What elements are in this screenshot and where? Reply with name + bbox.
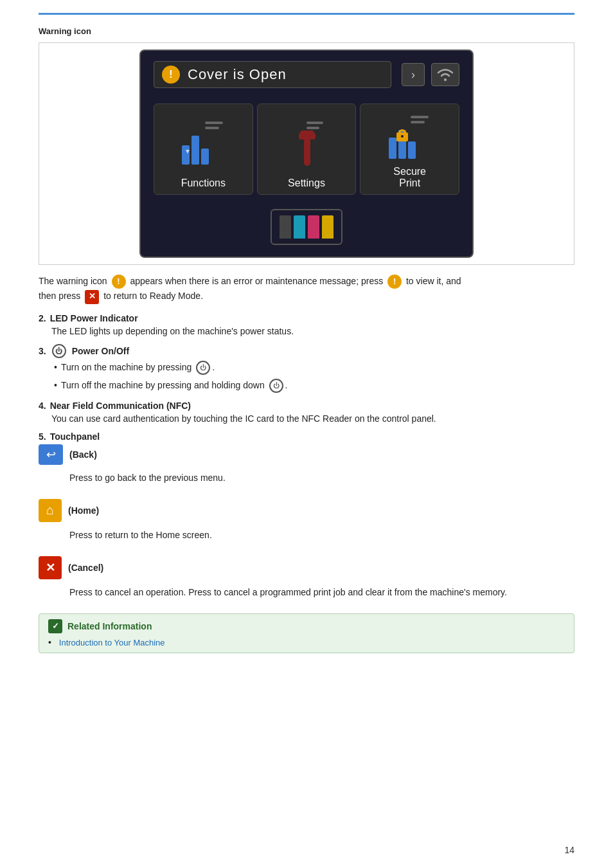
touchscreen: ! Cover is Open › bbox=[139, 50, 474, 258]
secure-print-icon-area bbox=[387, 111, 432, 162]
nfc-title-row: 4. Near Field Communication (NFC) bbox=[39, 401, 574, 411]
svg-rect-1 bbox=[205, 122, 223, 124]
warning-inline-icon2: ! bbox=[387, 275, 402, 289]
svg-point-19 bbox=[401, 135, 404, 138]
power-num: 3. bbox=[39, 346, 46, 356]
nfc-desc-text: You can use card authentication by touch… bbox=[51, 413, 574, 424]
section-label: Warning icon bbox=[39, 26, 574, 36]
nfc-section: 4. Near Field Communication (NFC) You ca… bbox=[39, 401, 574, 424]
svg-rect-2 bbox=[205, 127, 219, 129]
warning-desc-text4: then press bbox=[39, 291, 80, 301]
ts-top-row: ! Cover is Open › bbox=[147, 57, 466, 92]
settings-item[interactable]: Settings bbox=[257, 104, 357, 195]
ts-bottom-row bbox=[147, 206, 466, 250]
power-bullet1: • Turn on the machine by pressing ⏻. bbox=[54, 361, 574, 375]
svg-rect-12 bbox=[312, 133, 315, 140]
cancel-desc: Press to cancel an operation. Press to c… bbox=[69, 586, 574, 599]
wifi-icon bbox=[435, 66, 456, 84]
nfc-num: 4. bbox=[39, 401, 46, 411]
svg-point-0 bbox=[444, 78, 447, 81]
bullet-dot2: • bbox=[54, 380, 57, 390]
power-on-icon: ⏻ bbox=[196, 361, 210, 375]
related-info-box: ✓ Related Information • Introduction to … bbox=[39, 613, 574, 653]
back-label: (Back) bbox=[69, 449, 97, 460]
svg-rect-5 bbox=[201, 149, 209, 165]
led-desc-text: The LED lights up depending on the machi… bbox=[51, 326, 574, 336]
warning-inline-icon1: ! bbox=[112, 275, 126, 289]
home-desc: Press to return to the Home screen. bbox=[69, 529, 574, 542]
warning-desc-text3: to view it, and bbox=[406, 276, 461, 286]
ts-main-grid: Functions bbox=[147, 97, 466, 201]
top-border bbox=[39, 13, 574, 15]
back-button-section: ↩ (Back) Press to go back to the previou… bbox=[39, 444, 574, 490]
functions-item[interactable]: Functions bbox=[154, 104, 253, 195]
settings-label: Settings bbox=[288, 177, 325, 189]
touchpanel-title: Touchpanel bbox=[50, 431, 100, 442]
cancel-button-icon[interactable]: ✕ bbox=[39, 556, 62, 579]
related-info-title: Related Information bbox=[67, 621, 152, 631]
power-off-icon: ⏻ bbox=[269, 379, 283, 393]
cancel-inline-icon: ✕ bbox=[85, 290, 99, 304]
svg-rect-14 bbox=[411, 121, 425, 123]
led-title-row: 2. LED Power Indicator bbox=[39, 313, 574, 323]
related-links: • Introduction to Your Machine bbox=[48, 637, 565, 647]
led-num: 2. bbox=[39, 313, 46, 323]
svg-rect-8 bbox=[306, 127, 319, 129]
cover-is-open-text: Cover is Open bbox=[188, 66, 287, 83]
functions-label: Functions bbox=[181, 177, 226, 189]
svg-rect-4 bbox=[191, 136, 199, 165]
svg-rect-3 bbox=[182, 145, 190, 165]
power-section: 3. ⏻ Power On/Off • Turn on the machine … bbox=[39, 344, 574, 393]
warning-desc-text2: appears when there is an error or mainte… bbox=[130, 276, 383, 286]
svg-rect-17 bbox=[408, 141, 416, 159]
home-button-section: ⌂ (Home) Press to return to the Home scr… bbox=[39, 499, 574, 547]
touchpanel-title-row: 5. Touchpanel bbox=[39, 431, 574, 442]
cancel-btn-row: ✕ (Cancel) bbox=[39, 556, 574, 579]
power-bullet1-text: Turn on the machine by pressing ⏻. bbox=[61, 361, 215, 375]
toner-bars bbox=[271, 209, 342, 245]
home-btn-row: ⌂ (Home) bbox=[39, 499, 574, 522]
svg-rect-11 bbox=[299, 133, 303, 140]
toner-bar-yellow bbox=[322, 215, 333, 239]
ts-warning-bar: ! Cover is Open bbox=[154, 61, 391, 88]
back-button-icon[interactable]: ↩ bbox=[39, 444, 63, 465]
led-section: 2. LED Power Indicator The LED lights up… bbox=[39, 313, 574, 336]
secure-print-icon bbox=[387, 111, 432, 162]
warning-box: ! Cover is Open › bbox=[39, 42, 574, 265]
chevron-button[interactable]: › bbox=[402, 63, 425, 86]
back-desc: Press to go back to the previous menu. bbox=[69, 471, 574, 485]
secure-print-item[interactable]: SecurePrint bbox=[360, 104, 459, 195]
touchpanel-section: 5. Touchpanel ↩ (Back) Press to go back … bbox=[39, 431, 574, 604]
warning-icon-circle: ! bbox=[162, 66, 180, 84]
power-bullet2-text: Turn off the machine by pressing and hol… bbox=[61, 379, 288, 393]
bullet-dot1: • bbox=[54, 362, 57, 372]
settings-icon bbox=[287, 116, 326, 168]
functions-icon bbox=[181, 116, 226, 168]
cancel-button-section: ✕ (Cancel) Press to cancel an operation.… bbox=[39, 556, 574, 604]
svg-rect-15 bbox=[389, 138, 396, 159]
wifi-icon-box bbox=[431, 63, 459, 86]
toner-bar-black bbox=[280, 215, 291, 239]
touchpanel-num: 5. bbox=[39, 431, 46, 442]
warning-desc-text1: The warning icon bbox=[39, 276, 107, 286]
led-title: LED Power Indicator bbox=[50, 313, 138, 323]
warning-description: The warning icon ! appears when there is… bbox=[39, 274, 574, 304]
intro-link[interactable]: Introduction to Your Machine bbox=[59, 638, 165, 647]
cancel-label: (Cancel) bbox=[68, 563, 103, 573]
secure-print-label: SecurePrint bbox=[393, 166, 426, 189]
svg-rect-13 bbox=[411, 116, 429, 118]
related-bullet: • bbox=[48, 637, 51, 647]
home-label: (Home) bbox=[68, 505, 99, 516]
ts-top-icons: › bbox=[402, 63, 459, 86]
nfc-title: Near Field Communication (NFC) bbox=[50, 401, 191, 411]
home-button-icon[interactable]: ⌂ bbox=[39, 499, 62, 522]
toner-bar-cyan bbox=[294, 215, 305, 239]
power-bullet2: • Turn off the machine by pressing and h… bbox=[54, 379, 574, 393]
warning-desc-text5: to return to Ready Mode. bbox=[103, 291, 203, 301]
toner-bar-magenta bbox=[308, 215, 319, 239]
page: Warning icon ! Cover is Open › bbox=[0, 0, 613, 868]
settings-icon-area bbox=[287, 111, 326, 174]
back-btn-row: ↩ (Back) bbox=[39, 444, 574, 465]
power-title: Power On/Off bbox=[72, 346, 129, 356]
functions-icon-area bbox=[181, 111, 226, 174]
